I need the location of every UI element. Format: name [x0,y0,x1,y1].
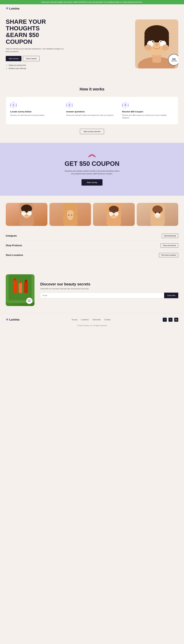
how-it-works-section: How it works 1 Locate survey below Disco… [0,78,184,143]
footer-link-subscribe[interactable]: Subscribe [92,318,101,321]
start-survey-win-button[interactable]: Start survey and win [80,129,104,134]
footer-links: Survey Locations Subscribe Contact [72,318,110,321]
step-desc-2: Share your skincare needs and experience… [66,114,118,116]
twitter-x-icon[interactable]: ✕ [169,318,173,322]
svg-point-27 [67,210,74,216]
image-gallery [6,203,178,226]
step-1: 1 Locate survey below Discover our brief… [10,102,62,119]
hero-section: SHARE YOUR THOUGHTS &EARN $50 COUPON Hel… [0,13,184,78]
steps-container: 1 Locate survey below Discover our brief… [6,97,178,124]
logo-icon: ✳ [6,7,8,10]
facebook-icon[interactable]: f [163,318,167,322]
svg-point-11 [153,41,153,42]
instagram-icon[interactable]: 📷 [174,318,178,322]
coupon-section: GET $50 COUPON Enhance your beauty routi… [0,143,184,196]
svg-rect-48 [19,281,21,283]
svg-rect-50 [25,280,27,282]
footer-copyright: © 2024 Lumina, Inc. All rights reserved. [6,324,178,326]
coupon-badge-text: COUPON [171,60,177,62]
gallery-item-2 [49,203,91,226]
svg-rect-46 [14,278,16,280]
gallery-item-1 [6,203,47,226]
footer-link-locations[interactable]: Locations [81,318,89,321]
newsletter-image: WHAT'S NEW [6,274,34,306]
gallery-item-3 [93,203,135,226]
whats-new-badge: WHAT'S NEW [26,298,32,304]
step-number-1: 1 [10,102,16,108]
navbar: ✳ Lumina [0,4,184,13]
svg-point-35 [109,212,113,216]
feature-text-1: Shape our product line [9,64,26,66]
logo: ✳ Lumina [6,7,19,10]
step-title-3: Receive $50 Coupon [122,110,174,113]
hero-right: $50 COUPON [66,20,178,68]
check-icon-2: ✔ [6,67,7,70]
step-number-3: 3 [122,102,128,108]
svg-point-13 [156,44,158,46]
svg-point-24 [27,211,32,216]
svg-point-17 [162,45,169,50]
stores-row: Store Locations Find store locations [6,250,178,260]
footer: ✳ Lumina Survey Locations Subscribe Cont… [0,313,184,330]
feature-item-2: ✔ Enhance your skincare [6,67,66,70]
step-2: 2 Answer questions Share your skincare n… [66,102,118,119]
feature-item-1: ✔ Shape our product line [6,64,66,66]
coupon-start-survey-button[interactable]: Start survey [82,179,103,186]
email-input[interactable] [40,292,164,298]
svg-point-16 [144,45,152,50]
gallery-section: Instagram @luminabeauty Shop Products Sh… [0,196,184,267]
coupon-title: GET $50 COUPON [6,160,178,167]
hero-left: SHARE YOUR THOUGHTS &EARN $50 COUPON Hel… [6,18,66,70]
svg-point-32 [109,206,119,213]
newsletter-title: Discover our beauty secrets [40,282,178,286]
newsletter-section: WHAT'S NEW Discover our beauty secrets S… [0,267,184,313]
top-banner: Share your skincare insights and receive… [0,0,184,4]
svg-point-42 [155,212,160,218]
newsletter-right: Discover our beauty secrets Subscribe fo… [40,282,178,298]
step-number-2: 2 [66,102,73,108]
logo-text: Lumina [9,7,19,10]
shop-label: Shop Products [6,244,22,247]
footer-social: f ✕ 📷 [163,318,178,322]
hero-subtitle: Help us enhance your skincare experience… [6,48,66,53]
hero-start-survey-button[interactable]: Start survey [6,56,21,61]
svg-rect-45 [13,280,17,293]
coupon-badge-amount: $50 [172,58,176,60]
newsletter-subtitle: Subscribe for exclusive skincare tips an… [40,288,178,290]
svg-point-28 [68,215,69,216]
check-icon-1: ✔ [6,64,7,66]
gallery-item-4 [137,203,179,226]
footer-link-survey[interactable]: Survey [72,318,77,321]
footer-link-contact[interactable]: Contact [104,318,110,321]
find-stores-button[interactable]: Find store locations [159,253,178,257]
coupon-subtitle: Enhance your beauty routine! Answer a fe… [63,170,121,175]
whats-new-text: WHAT'S NEW [26,300,32,302]
rainbow-icon [88,153,96,157]
step-desc-3: Receive your $50 coupon as a thank you f… [122,114,174,119]
svg-point-29 [71,215,72,216]
step-desc-1: Discover our brief skincare survey just … [10,114,62,116]
hero-image: $50 COUPON [135,20,178,68]
svg-rect-49 [24,282,28,293]
step-title-2: Answer questions [66,110,118,113]
shop-row: Shop Products Shop all products [6,241,178,250]
svg-rect-47 [19,283,22,293]
hero-how-it-works-button[interactable]: How it works [23,56,40,61]
banner-text: Share your skincare insights and receive… [41,1,143,3]
stores-label: Store Locations [6,254,23,256]
email-form: Subscribe [40,292,178,298]
hero-features: ✔ Shape our product line ✔ Enhance your … [6,64,66,70]
step-title-1: Locate survey below [10,110,62,113]
hero-buttons: Start survey How it works [6,56,66,61]
subscribe-button[interactable]: Subscribe [164,292,178,298]
footer-nav: ✳ Lumina Survey Locations Subscribe Cont… [6,318,178,322]
how-it-works-title: How it works [6,87,178,92]
instagram-label: Instagram [6,234,17,237]
footer-logo-text: Lumina [9,318,19,321]
instagram-row: Instagram @luminabeauty [6,231,178,241]
shop-products-button[interactable]: Shop all products [161,243,178,248]
svg-point-36 [114,212,118,216]
hero-title: SHARE YOUR THOUGHTS &EARN $50 COUPON [6,18,66,45]
instagram-handle-button[interactable]: @luminabeauty [162,234,178,238]
footer-logo-icon: ✳ [6,318,8,322]
